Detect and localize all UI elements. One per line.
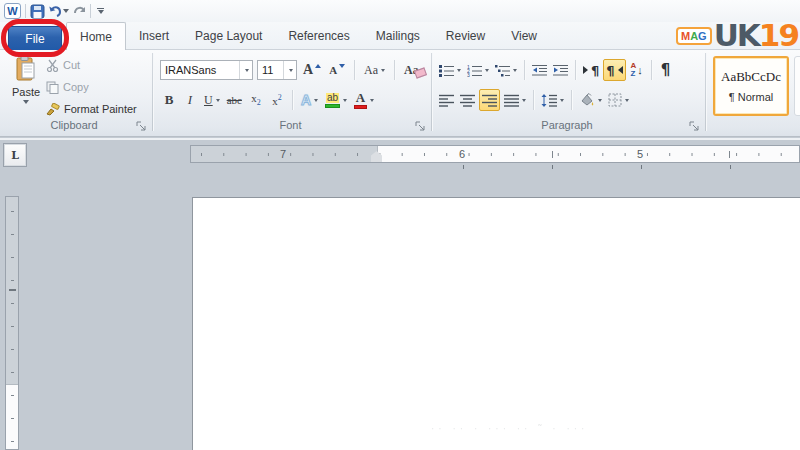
subscript-button[interactable]: x2	[247, 89, 265, 111]
font-color-button[interactable]: A	[352, 89, 376, 111]
ribbon-home: Paste Cut	[0, 50, 800, 137]
vertical-ruler[interactable]	[5, 196, 19, 450]
rtl-arrow-icon	[618, 66, 623, 74]
shading-button[interactable]	[577, 89, 604, 111]
ltr-text-direction-button[interactable]: ¶	[581, 59, 601, 81]
redo-button[interactable]	[73, 2, 86, 20]
tab-stop-selector[interactable]: L	[3, 143, 27, 167]
toolbar-separator	[90, 4, 91, 18]
strikethrough-glyph: abc	[227, 94, 242, 106]
ruler-under-tick	[641, 165, 642, 169]
shrink-font-button[interactable]: A	[327, 59, 347, 81]
font-color-caret	[370, 99, 374, 102]
cut-icon	[46, 59, 59, 72]
tab-insert[interactable]: Insert	[126, 22, 182, 50]
tab-file[interactable]: File	[8, 26, 62, 50]
clear-formatting-button[interactable]: Aa	[402, 59, 421, 81]
line-spacing-button[interactable]	[539, 89, 566, 111]
decrease-indent-button[interactable]	[530, 59, 549, 81]
bold-glyph: B	[165, 92, 174, 108]
paste-icon	[15, 56, 37, 83]
tab-mailings[interactable]: Mailings	[363, 22, 433, 50]
tab-references[interactable]: References	[275, 22, 362, 50]
horizontal-ruler[interactable]: 7 6 5	[190, 145, 800, 163]
multilevel-list-button[interactable]	[493, 59, 519, 81]
superscript-glyph: x2	[272, 93, 282, 107]
justify-button[interactable]	[502, 89, 528, 111]
font-family-dropdown[interactable]	[239, 61, 252, 79]
cut-button[interactable]: Cut	[46, 56, 137, 74]
undo-button[interactable]	[49, 2, 69, 20]
control-separator	[651, 60, 652, 80]
show-hide-formatting-button[interactable]: ¶	[657, 59, 675, 81]
line-spacing-icon	[541, 94, 557, 107]
borders-button[interactable]	[606, 89, 631, 111]
faint-page-text: ·· ·· · ··· ·· ˜ · ···	[431, 423, 681, 434]
mag19-watermark-logo: MAG UK19	[676, 20, 798, 51]
align-center-button[interactable]	[458, 89, 477, 111]
chevron-down-icon	[98, 10, 104, 14]
word-app-icon[interactable]: W	[4, 3, 21, 19]
clipboard-dialog-launcher[interactable]	[136, 121, 147, 132]
grow-font-button[interactable]: A	[301, 59, 323, 81]
tab-page-layout[interactable]: Page Layout	[182, 22, 275, 50]
align-left-button[interactable]	[437, 89, 456, 111]
strikethrough-button[interactable]: abc	[225, 89, 244, 111]
ruler-number: 7	[277, 148, 289, 160]
style-normal-card[interactable]: AaBbCcDc ¶ Normal	[713, 56, 789, 116]
italic-button[interactable]: I	[181, 89, 199, 111]
style-next-card-partial[interactable]: A ¶	[794, 56, 800, 116]
group-paragraph: 1 2 3	[433, 50, 705, 136]
font-dialog-launcher[interactable]	[415, 121, 426, 132]
save-button[interactable]	[30, 2, 45, 20]
brand-text-dark: UK	[714, 17, 759, 53]
ribbon-tab-bar: File Home Insert Page Layout References …	[0, 22, 800, 50]
tab-view[interactable]: View	[498, 22, 550, 50]
change-case-button[interactable]: Aa	[362, 59, 387, 81]
pilcrow-glyph: ¶	[661, 61, 671, 79]
align-left-icon	[439, 94, 454, 107]
document-page[interactable]: ·· ·· · ··· ·· ˜ · ···	[192, 197, 800, 450]
sort-button[interactable]: A Z ↓	[628, 59, 646, 81]
superscript-button[interactable]: x2	[268, 89, 286, 111]
control-separator	[394, 60, 395, 80]
format-painter-button[interactable]: Format Painter	[46, 100, 137, 118]
word-application-window: W	[0, 0, 800, 450]
paste-dropdown-caret[interactable]	[23, 100, 29, 104]
ruler-number: 5	[634, 148, 646, 160]
text-effects-button[interactable]: A	[299, 89, 320, 111]
tab-review[interactable]: Review	[433, 22, 498, 50]
badge-letter: M	[681, 30, 690, 42]
font-size-combobox[interactable]: 11	[257, 60, 297, 80]
bullets-button[interactable]	[437, 59, 463, 81]
save-icon	[30, 4, 45, 19]
undo-dropdown-caret[interactable]	[63, 9, 69, 13]
tab-home[interactable]: Home	[66, 22, 126, 51]
paste-button[interactable]: Paste	[8, 56, 44, 120]
ltr-arrow-icon	[583, 66, 588, 74]
overline-decoration	[97, 8, 104, 9]
increase-indent-button[interactable]	[551, 59, 570, 81]
rtl-text-direction-button[interactable]: ¶	[603, 59, 625, 81]
font-size-dropdown[interactable]	[283, 61, 296, 79]
align-right-button[interactable]	[479, 89, 500, 111]
paragraph-dialog-launcher[interactable]	[689, 121, 700, 132]
numbering-button[interactable]: 1 2 3	[465, 59, 491, 81]
line-spacing-caret	[560, 99, 564, 102]
brand-text-accent: 19	[759, 17, 798, 53]
control-separator	[571, 90, 572, 110]
copy-button[interactable]: Copy	[46, 78, 137, 96]
justify-caret	[522, 99, 526, 102]
underline-button[interactable]: U	[202, 89, 222, 111]
text-highlight-button[interactable]: ab	[323, 89, 349, 111]
bold-button[interactable]: B	[160, 89, 178, 111]
numbering-caret	[485, 69, 489, 72]
ruler-under-tick	[552, 165, 553, 169]
increase-indent-icon	[553, 64, 568, 77]
customize-qat-button[interactable]	[95, 6, 106, 16]
ruler-under-tick	[463, 165, 464, 169]
sort-icon: A Z ↓	[630, 62, 642, 78]
style-name-label: ¶ Normal	[729, 91, 773, 103]
font-family-combobox[interactable]: IRANSans	[160, 60, 253, 80]
clipboard-group-footer: Clipboard	[0, 119, 148, 133]
